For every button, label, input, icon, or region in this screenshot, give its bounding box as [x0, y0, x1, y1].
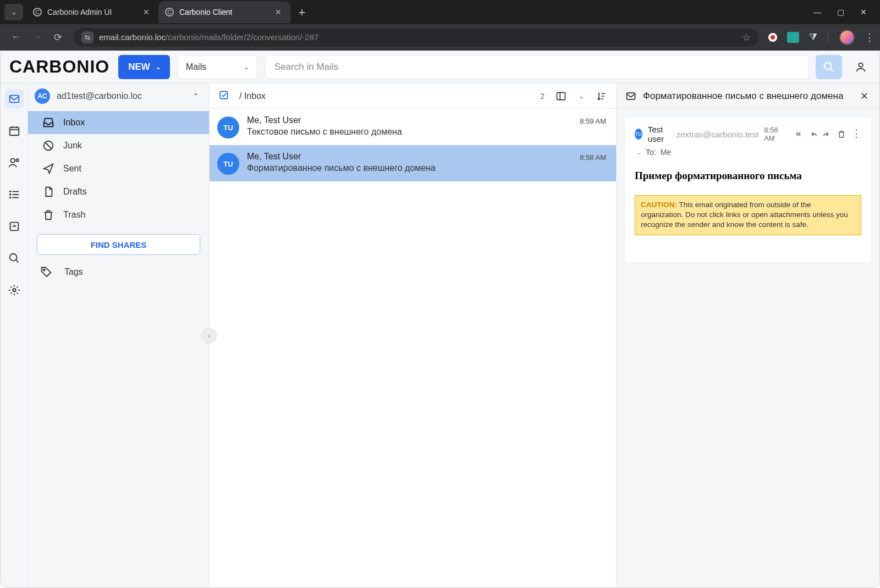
message-subject: Форматированное письмо с внешнего домена — [247, 163, 572, 173]
junk-icon — [42, 140, 54, 152]
rail-search[interactable] — [4, 248, 24, 268]
sender-name: Test user — [648, 125, 671, 143]
message-list-header: / Inbox 2 ⌄ — [210, 84, 616, 109]
nav-rail — [1, 84, 28, 587]
close-tab-icon[interactable]: ✕ — [141, 5, 152, 19]
app-logo: CARBONIO — [8, 57, 111, 77]
search-button[interactable] — [816, 55, 842, 79]
rail-tasks[interactable] — [4, 185, 24, 204]
browser-tab-title: Carbonio Admin UI — [47, 8, 135, 16]
nav-back-button[interactable]: ← — [6, 27, 26, 48]
new-button-label: NEW — [128, 62, 150, 73]
folder-junk[interactable]: Junk — [31, 134, 206, 157]
layout-icon[interactable] — [556, 91, 566, 102]
tags-label: Tags — [64, 267, 83, 277]
app-root: CARBONIO NEW ⌄ Mails ⌄ Search in Mails — [0, 51, 880, 588]
chevron-down-icon: ⌄ — [244, 63, 249, 71]
url-host: email.carbonio.loc — [99, 32, 166, 42]
message-count: 2 — [540, 92, 544, 101]
svg-point-13 — [9, 191, 10, 192]
sent-icon — [42, 163, 54, 175]
sort-icon[interactable] — [596, 91, 607, 102]
reply-all-icon[interactable] — [794, 130, 803, 138]
find-shares-button[interactable]: FIND SHARES — [37, 234, 200, 255]
favicon-icon: C — [33, 8, 42, 16]
account-avatar: AC — [35, 88, 50, 104]
calendar-icon — [8, 125, 20, 137]
browser-menu-icon[interactable]: ⋮ — [865, 31, 875, 43]
chevron-up-icon[interactable]: ⌃ — [193, 92, 199, 101]
tags-row[interactable]: Tags — [28, 260, 209, 284]
window-maximize-icon[interactable]: ▢ — [836, 8, 845, 16]
url-path: /carbonio/mails/folder/2/conversation/-2… — [166, 32, 318, 42]
find-shares-label: FIND SHARES — [91, 240, 147, 249]
favicon-icon: C — [165, 8, 174, 16]
browser-tab-1[interactable]: C Carbonio Client ✕ — [158, 1, 290, 23]
folder-label: Drafts — [63, 187, 87, 197]
forward-icon[interactable] — [823, 130, 832, 138]
reader-title: Форматированное письмо с внешнего домена — [643, 91, 851, 102]
bookmark-icon[interactable]: ☆ — [742, 31, 751, 43]
close-tab-icon[interactable]: ✕ — [273, 5, 284, 19]
url-bar[interactable]: ⇆ email.carbonio.loc/carbonio/mails/fold… — [74, 28, 758, 47]
message-avatar: TU — [217, 153, 239, 175]
folder-inbox[interactable]: Inbox — [28, 111, 209, 134]
message-item[interactable]: TUMe, Test UserТекстовое письмо с внешне… — [210, 109, 616, 145]
message-header-row: TU Test user zextras@carbonio.test 8:58 … — [635, 125, 861, 143]
svg-point-17 — [9, 254, 16, 261]
rail-contacts[interactable] — [4, 153, 24, 173]
folder-sidebar: AC ad1test@carbonio.loc ⌃ Inbox Junk Sen… — [28, 84, 210, 587]
message-subject: Текстовое письмо с внешнего домена — [247, 127, 572, 137]
user-menu-button[interactable] — [850, 56, 872, 78]
folder-drafts[interactable]: Drafts — [31, 180, 206, 203]
breadcrumb: / Inbox — [239, 91, 266, 101]
search-input[interactable]: Search in Mails — [265, 55, 809, 79]
rail-calendar[interactable] — [4, 121, 24, 141]
new-button[interactable]: NEW ⌄ — [118, 55, 170, 79]
window-close-icon[interactable]: ✕ — [859, 8, 868, 16]
browser-tablist-menu[interactable]: ⌄ — [4, 4, 23, 20]
profile-avatar[interactable] — [839, 30, 855, 45]
chevron-down-icon[interactable]: ⌄ — [579, 92, 584, 100]
mail-icon — [8, 93, 20, 105]
nav-forward-button[interactable]: → — [26, 27, 47, 48]
browser-tab-0[interactable]: C Carbonio Admin UI ✕ — [26, 1, 158, 23]
message-item[interactable]: TUMe, Test UserФорматированное письмо с … — [210, 145, 616, 181]
message-avatar: TU — [217, 117, 239, 138]
message-from: Me, Test User — [247, 152, 572, 162]
browser-tabstrip: ⌄ C Carbonio Admin UI ✕ C Carbonio Clien… — [0, 0, 880, 24]
trash-icon — [42, 209, 54, 221]
folder-trash[interactable]: Trash — [31, 203, 206, 226]
chevron-down-icon: ⌄ — [156, 63, 161, 71]
external-sender-warning: CAUTION: This email originated from outs… — [635, 195, 861, 235]
files-icon — [8, 220, 20, 232]
rail-mail[interactable] — [4, 89, 24, 109]
close-reader-button[interactable]: ✕ — [858, 89, 871, 103]
extensions-menu-icon[interactable]: ⧩ — [809, 31, 817, 43]
window-minimize-icon[interactable]: — — [813, 8, 822, 16]
search-scope-select[interactable]: Mails ⌄ — [178, 55, 257, 79]
recording-indicator-icon[interactable] — [768, 33, 777, 42]
browser-navbar: ← → ⟳ ⇆ email.carbonio.loc/carbonio/mail… — [0, 24, 880, 51]
select-all-checkbox[interactable] — [218, 90, 229, 103]
tag-icon — [40, 266, 52, 278]
svg-rect-3 — [9, 96, 19, 103]
account-row[interactable]: AC ad1test@carbonio.loc ⌃ — [28, 84, 209, 109]
trash-icon[interactable] — [837, 130, 846, 138]
collapse-sidebar-button[interactable]: ‹ — [201, 328, 217, 343]
drafts-icon — [42, 186, 54, 198]
more-actions-icon[interactable]: ⋮ — [851, 130, 861, 138]
folder-label: Junk — [63, 141, 82, 151]
svg-rect-24 — [557, 92, 565, 99]
search-placeholder: Search in Mails — [274, 62, 338, 73]
nav-reload-button[interactable]: ⟳ — [47, 27, 68, 48]
recipient-line[interactable]: ⌄ To: Me — [635, 148, 861, 157]
new-tab-button[interactable]: ＋ — [290, 2, 314, 23]
site-info-icon[interactable]: ⇆ — [81, 31, 94, 43]
rail-files[interactable] — [4, 217, 24, 236]
extension-icon[interactable] — [787, 32, 799, 43]
svg-rect-23 — [220, 91, 227, 98]
reply-icon[interactable] — [809, 130, 817, 138]
rail-settings[interactable] — [4, 280, 24, 300]
folder-sent[interactable]: Sent — [31, 157, 206, 180]
